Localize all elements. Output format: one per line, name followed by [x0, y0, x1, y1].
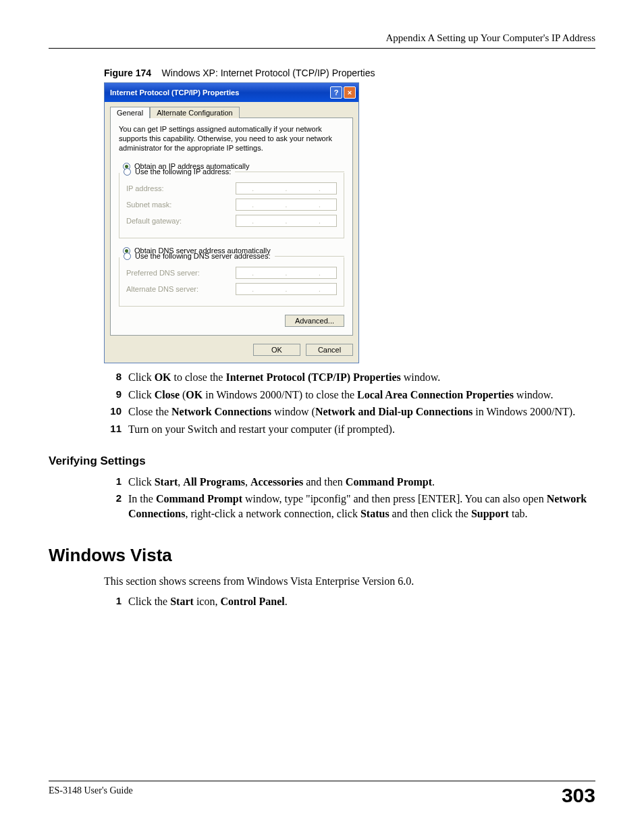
- preferred-dns-label: Preferred DNS server:: [126, 269, 200, 277]
- dialog-titlebar: Internet Protocol (TCP/IP) Properties ? …: [105, 83, 358, 102]
- dialog-explanation: You can get IP settings assigned automat…: [119, 125, 344, 153]
- step-9: 9 Click Close (OK in Windows 2000/NT) to…: [108, 388, 595, 402]
- footer-guide-name: ES-3148 User's Guide: [49, 785, 133, 796]
- page-header: Appendix A Setting up Your Computer's IP…: [49, 32, 595, 49]
- vista-intro: This section shows screens from Windows …: [104, 575, 595, 588]
- help-icon[interactable]: ?: [330, 86, 342, 99]
- tab-alternate-configuration[interactable]: Alternate Configuration: [150, 107, 240, 118]
- alternate-dns-input[interactable]: ...: [236, 283, 337, 295]
- radio-use-following-dns-label: Use the following DNS server addresses:: [131, 252, 275, 260]
- preferred-dns-input[interactable]: ...: [236, 267, 337, 279]
- figure-caption: Figure 174 Windows XP: Internet Protocol…: [104, 68, 595, 78]
- ip-address-label: IP address:: [126, 184, 163, 192]
- step-11: 11 Turn on your Switch and restart your …: [108, 422, 595, 437]
- subnet-mask-input[interactable]: ...: [236, 199, 337, 211]
- alternate-dns-label: Alternate DNS server:: [126, 285, 198, 293]
- default-gateway-label: Default gateway:: [126, 217, 182, 225]
- vista-step-1: 1 Click the Start icon, Control Panel.: [108, 594, 595, 609]
- steps-list-a: 8 Click OK to close the Internet Protoco…: [108, 370, 595, 436]
- dialog-title: Internet Protocol (TCP/IP) Properties: [110, 88, 330, 97]
- tab-panel-general: You can get IP settings assigned automat…: [110, 118, 353, 336]
- radio-use-following-dns[interactable]: [124, 253, 131, 260]
- step-number: 2: [108, 492, 128, 521]
- close-icon[interactable]: ×: [344, 86, 356, 99]
- figure-title: Windows XP: Internet Protocol (TCP/IP) P…: [162, 68, 375, 78]
- steps-list-vista: 1 Click the Start icon, Control Panel.: [108, 594, 595, 609]
- advanced-button[interactable]: Advanced...: [285, 315, 344, 327]
- step-number: 9: [108, 388, 128, 402]
- ip-address-input[interactable]: ...: [236, 182, 337, 194]
- radio-use-following-ip-label: Use the following IP address:: [131, 167, 235, 176]
- step-number: 1: [108, 594, 128, 609]
- steps-list-verify: 1 Click Start, All Programs, Accessories…: [108, 475, 595, 521]
- step-10: 10 Close the Network Connections window …: [108, 405, 595, 419]
- verify-step-2: 2 In the Command Prompt window, type "ip…: [108, 492, 595, 521]
- radio-use-following-ip[interactable]: [124, 168, 131, 176]
- page-footer: ES-3148 User's Guide 303: [49, 781, 595, 806]
- subnet-mask-label: Subnet mask:: [126, 201, 171, 209]
- step-number: 8: [108, 370, 128, 385]
- step-number: 11: [108, 422, 128, 437]
- tab-general[interactable]: General: [110, 107, 150, 118]
- figure-label: Figure 174: [104, 68, 151, 78]
- default-gateway-input[interactable]: ...: [236, 215, 337, 227]
- ok-button[interactable]: OK: [253, 344, 300, 356]
- step-number: 1: [108, 475, 128, 490]
- heading-windows-vista: Windows Vista: [49, 545, 595, 566]
- tcpip-properties-dialog: Internet Protocol (TCP/IP) Properties ? …: [104, 82, 359, 363]
- cancel-button[interactable]: Cancel: [306, 344, 353, 356]
- verify-step-1: 1 Click Start, All Programs, Accessories…: [108, 475, 595, 490]
- step-number: 10: [108, 405, 128, 419]
- heading-verifying-settings: Verifying Settings: [49, 454, 595, 468]
- step-8: 8 Click OK to close the Internet Protoco…: [108, 370, 595, 385]
- footer-page-number: 303: [562, 785, 595, 806]
